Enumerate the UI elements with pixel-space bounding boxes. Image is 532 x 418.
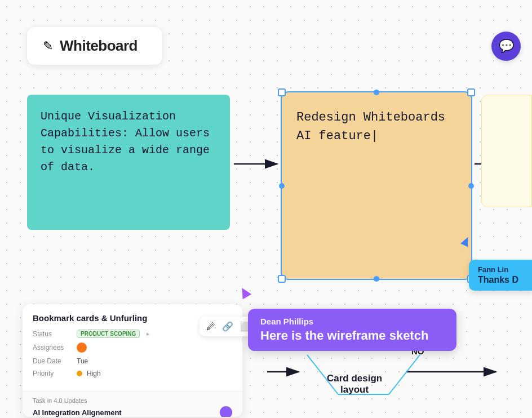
status-label: Status <box>33 330 72 338</box>
user-avatar-button[interactable]: 💬 <box>491 32 521 61</box>
assignees-label: Assignees <box>33 344 72 352</box>
mid-handle-top[interactable] <box>374 90 379 95</box>
mid-handle-right[interactable] <box>468 183 474 189</box>
resize-handle-tl[interactable] <box>278 88 286 96</box>
flowchart-card-design-label: Card designlayout <box>327 373 382 395</box>
mid-handle-bottom[interactable] <box>374 276 379 282</box>
fann-lin-message: Thanks D <box>478 275 527 285</box>
title-card[interactable]: ✎ Whiteboard <box>27 27 162 65</box>
resize-handle-tr[interactable] <box>467 88 475 96</box>
status-badge: PRODUCT SCOPING <box>77 330 140 338</box>
resize-handle-bl[interactable] <box>278 275 286 283</box>
tooltip-dean-phillips: Dean Phillips Here is the wireframe sket… <box>248 309 456 351</box>
due-date-label: Due Date <box>33 357 72 365</box>
dean-phillips-name: Dean Phillips <box>260 317 444 326</box>
status-extra: ▸ <box>147 331 149 337</box>
pencil-icon[interactable]: 🖉 <box>206 322 215 332</box>
task-assignee-avatar <box>220 406 232 417</box>
fann-lin-name: Fann Lin <box>478 265 527 274</box>
sticky-orange-text: Redesign Whiteboards AI feature| <box>296 110 445 143</box>
card-right-partial <box>481 95 532 207</box>
sticky-teal-text: Unique Visualization Capabilities: Allow… <box>41 110 210 174</box>
mid-handle-left[interactable] <box>279 183 285 189</box>
title-label: Whiteboard <box>60 37 138 55</box>
priority-value: High <box>87 370 101 377</box>
whiteboard-icon: ✎ <box>43 39 53 54</box>
due-date-value: Tue <box>77 357 88 365</box>
chat-icon: 💬 <box>499 39 514 54</box>
sticky-note-teal[interactable]: Unique Visualization Capabilities: Allow… <box>27 95 230 230</box>
dean-phillips-message: Here is the wireframe sketch <box>260 328 444 343</box>
link-icon[interactable]: 🔗 <box>222 321 233 332</box>
sticky-note-orange[interactable]: Redesign Whiteboards AI feature| <box>281 91 472 280</box>
priority-dot <box>77 371 82 376</box>
priority-label: Priority <box>33 370 72 377</box>
card-design-text: Card designlayout <box>327 373 382 395</box>
task-meta-label: Task in 4.0 Updates <box>33 397 232 404</box>
tooltip-fann-lin: Fann Lin Thanks D <box>469 260 532 291</box>
task-title-text: AI Integration Alignement <box>33 408 122 417</box>
assignee-avatar <box>77 343 87 353</box>
